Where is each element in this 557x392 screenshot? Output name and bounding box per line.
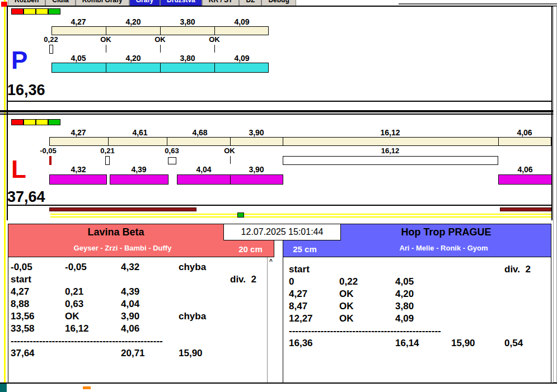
p-gate-label: OK [143, 35, 177, 44]
l-plan-bar [49, 137, 551, 146]
team-name-right: Hop Trop PRAGUE [341, 226, 551, 238]
p-top-value: 3,80 [168, 17, 207, 26]
p-bottom-value: 4,20 [114, 54, 153, 63]
status-light [36, 8, 48, 15]
table-cell: -0,05 [11, 262, 32, 273]
p-gate-tick [214, 45, 215, 53]
table-cell: OK [339, 289, 354, 300]
panel-divider-line [0, 114, 557, 115]
p-bottom-value: 3,80 [168, 54, 207, 63]
p-bottom-value: 4,09 [222, 54, 261, 63]
l-bottom-value: 4,39 [119, 165, 158, 174]
status-light [36, 119, 48, 125]
bar-divider [106, 63, 106, 73]
l-gate-label: 16,12 [368, 147, 413, 155]
left-edge-stripe [4, 0, 6, 392]
l-top-value: 4,61 [120, 128, 160, 137]
l-top-value: 4,27 [59, 128, 98, 137]
bar-divider [108, 137, 109, 146]
table-cell: ----------------------------------------… [289, 325, 441, 337]
status-light [48, 8, 60, 15]
table-cell: 0 [289, 276, 294, 287]
panel-divider-line [0, 110, 557, 112]
l-bottom-value: 4,06 [505, 165, 545, 174]
bar-divider [283, 137, 283, 146]
table-cell: 3,90 [121, 311, 139, 322]
bar-divider [498, 137, 499, 146]
table-cell: -0,05 [65, 262, 87, 273]
table-cell: 4,05 [395, 276, 414, 287]
overview-yellow-line [50, 214, 551, 215]
table-cell: 3,80 [395, 301, 414, 312]
table-cell: 0,54 [504, 338, 523, 349]
table-cell: 4,09 [395, 313, 414, 324]
l-actual-bar-segment [177, 174, 231, 185]
table-cell: 4,27 [289, 289, 307, 300]
overview-bar-right [500, 207, 551, 211]
status-light [48, 119, 60, 125]
l-gate-label: -0,05 [29, 147, 68, 155]
status-light [11, 119, 24, 125]
l-top-value: 4,68 [180, 128, 219, 137]
p-gate-label: OK [198, 35, 231, 44]
p-gate-tick [106, 45, 106, 53]
table-cell: chyba [179, 262, 206, 273]
bar-divider [214, 26, 215, 35]
window-scrollbar[interactable] [553, 6, 557, 382]
content-top-border [7, 6, 557, 7]
scroll-up-icon[interactable]: ^ [268, 258, 274, 265]
panel-p-letter: P [11, 48, 27, 73]
l-actual-bar-segment [110, 174, 168, 185]
l-top-value: 16,12 [368, 128, 413, 137]
table-cell: 13,56 [11, 311, 35, 322]
app-window: RozběhČidlaKombi GrafyGrafyDružstvaKR / … [0, 0, 557, 392]
bottom-border [0, 382, 557, 384]
left-panel-scrollbar[interactable]: ^ [267, 257, 274, 382]
table-cell: 12,27 [289, 313, 313, 324]
table-cell: 8,88 [11, 299, 29, 310]
p-top-value: 4,27 [59, 17, 98, 26]
bar-divider [214, 63, 215, 73]
p-gate-tick [160, 45, 161, 53]
table-cell: div. 2 [504, 264, 531, 275]
table-cell: OK [65, 311, 79, 322]
table-cell: 0,63 [65, 299, 83, 310]
p-bottom-value: 4,05 [59, 54, 98, 63]
table-cell: 4,20 [395, 289, 414, 300]
table-cell: 15,90 [451, 338, 475, 349]
table-cell: ----------------------------------------… [11, 336, 163, 347]
table-cell: OK [339, 313, 354, 324]
team-members-right: Ari - Melie - Ronik - Gyom [336, 244, 551, 252]
team-name-left: Lavina Beta [8, 226, 224, 238]
table-cell: 4,06 [121, 323, 139, 334]
table-cell: div. 2 [230, 274, 256, 285]
table-cell: 0,22 [339, 276, 358, 287]
p-top-value: 4,09 [222, 17, 261, 26]
status-light [24, 8, 36, 15]
timestamp-box: 12.07.2025 15:01:44 [223, 224, 341, 240]
l-top-value: 3,90 [237, 128, 276, 137]
team-members-left: Geyser - Zrzi - Bambi - Duffy [8, 244, 237, 252]
p-gate-marker [49, 45, 53, 54]
panel-p-underline [7, 101, 553, 102]
table-cell: OK [339, 301, 354, 312]
l-gate-label: 0,21 [91, 147, 124, 155]
table-cell: 4,27 [11, 286, 29, 297]
l-gate-marker [105, 156, 110, 165]
table-cell: start [289, 264, 310, 275]
status-light [24, 119, 36, 125]
status-light [11, 8, 24, 15]
graph-frame-right-border [551, 6, 553, 220]
table-cell: 16,12 [65, 323, 89, 334]
table-cell: chyba [179, 311, 206, 322]
bar-divider [167, 137, 167, 146]
bar-divider [160, 63, 161, 73]
l-top-value: 4,06 [505, 128, 544, 137]
l-fault-marker [49, 156, 52, 165]
table-cell: 16,36 [289, 338, 313, 349]
l-gate-label: 0,63 [155, 147, 189, 155]
l-gate-checkbox [168, 157, 176, 164]
table-cell: 4,32 [121, 262, 139, 273]
p-gate-label: 0,22 [34, 35, 68, 44]
table-cell: 33,58 [11, 323, 35, 334]
